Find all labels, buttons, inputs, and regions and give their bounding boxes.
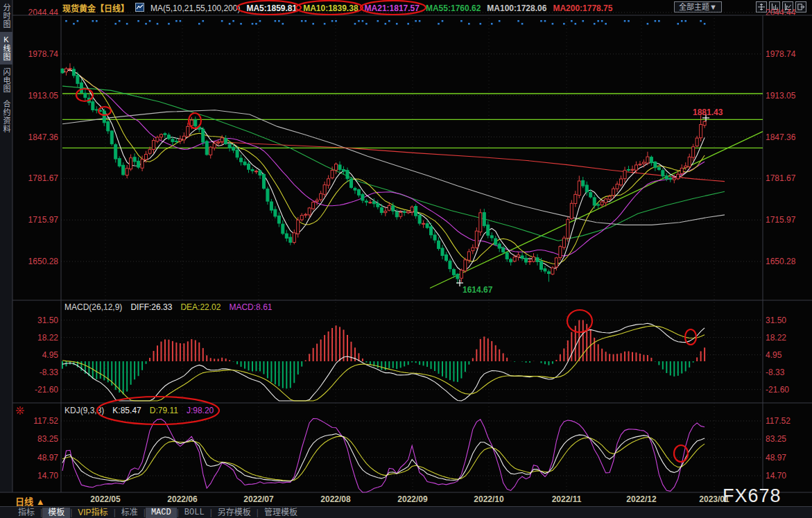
kdj-j-value: J:98.20: [187, 406, 214, 415]
tab-7-另存模板[interactable]: 另存模板: [212, 508, 257, 518]
candle: [331, 171, 334, 178]
candle: [274, 209, 277, 216]
event-marker-dot: [96, 20, 98, 22]
x-axis-label: 2022/11: [552, 494, 582, 504]
candle: [175, 141, 178, 141]
event-marker-dot: [126, 23, 128, 25]
period-up-arrow-icon: ▲: [36, 497, 45, 507]
candle: [320, 193, 322, 200]
ma21-line: [62, 70, 705, 256]
sidebar-item-time-chart[interactable]: 分时图: [0, 0, 12, 32]
event-marker-dot: [92, 20, 94, 22]
candle: [559, 247, 562, 258]
event-marker-dot: [278, 20, 280, 22]
kline-chart-canvas[interactable]: [0, 0, 812, 518]
price-axis-label: 1978.74: [766, 49, 811, 59]
candle: [365, 201, 368, 202]
candle: [289, 237, 292, 242]
event-marker-dot: [377, 20, 379, 22]
candle: [187, 126, 189, 137]
candle: [479, 213, 482, 232]
candle: [133, 157, 136, 162]
candle: [277, 216, 280, 223]
candle: [103, 111, 105, 123]
event-marker-dot: [499, 20, 501, 22]
kdj-axis-label: 83.25: [766, 434, 811, 444]
candle: [110, 131, 113, 144]
event-marker-dot: [704, 23, 706, 25]
tab-5-MACD[interactable]: MACD: [146, 508, 177, 518]
candle: [551, 268, 554, 274]
ma10-line: [62, 70, 705, 264]
candle: [533, 257, 535, 262]
event-marker-dot: [385, 23, 387, 25]
sidebar-item-lightning-chart[interactable]: 闪电图: [0, 64, 12, 96]
candle: [145, 154, 148, 159]
tab-1-指标[interactable]: 指标: [12, 508, 40, 518]
candle: [528, 261, 531, 262]
tab-6-BOLL[interactable]: BOLL: [179, 508, 210, 518]
candle: [64, 69, 67, 72]
event-marker-dot: [114, 23, 116, 25]
ma21-value: MA21:1817.57: [365, 3, 420, 13]
candle: [467, 252, 470, 260]
candle: [190, 120, 193, 126]
candle: [179, 139, 182, 141]
event-marker-dot: [259, 20, 261, 22]
candle: [76, 75, 79, 83]
ma55-line: [62, 86, 725, 241]
event-marker-dot: [331, 20, 334, 22]
theme-selector-button[interactable]: 全部主题▼: [674, 1, 722, 12]
event-marker-dot: [517, 20, 519, 22]
price-axis-label: 1781.67: [12, 173, 58, 183]
sidebar-item-contract-info[interactable]: 合约资料: [0, 96, 12, 137]
event-marker-dot: [282, 23, 284, 25]
left-sidebar: 分时图 K线图 闪电图 合约资料: [0, 0, 12, 492]
event-marker-dot: [175, 20, 178, 22]
tab-4-标准[interactable]: 标准: [116, 508, 144, 518]
candle: [262, 174, 265, 188]
tab-2-模板[interactable]: 模板: [42, 508, 70, 518]
mini-chart-icon: [135, 3, 144, 14]
event-marker-dot: [658, 20, 660, 22]
macd-dea-value: DEA:22.02: [180, 302, 221, 312]
candle: [562, 238, 565, 248]
price-axis-label: 1978.74: [12, 49, 58, 59]
ma5-line: [62, 70, 705, 270]
candle: [194, 120, 197, 126]
event-marker-dot: [491, 23, 493, 25]
macd-axis-label: -8.33: [12, 368, 58, 377]
event-marker-dot: [335, 20, 337, 22]
macd-axis-label: -21.60: [12, 385, 58, 395]
price-axis-label: 1913.05: [766, 91, 811, 101]
candle: [95, 110, 98, 110]
candle: [343, 169, 345, 171]
price-axis-label: 2044.44: [12, 8, 58, 17]
red-circle-annotation: [98, 107, 111, 115]
sidebar-item-kline-chart[interactable]: K线图: [0, 32, 12, 64]
kdj-d-line: [62, 436, 705, 481]
candle: [601, 202, 603, 205]
event-marker-dot: [240, 23, 242, 25]
candle: [517, 255, 520, 257]
candle: [422, 223, 425, 224]
candle: [141, 159, 144, 169]
event-marker-dot: [684, 20, 686, 22]
event-marker-dot: [198, 23, 200, 25]
candle: [297, 220, 300, 234]
ma55-value: MA55:1760.62: [426, 3, 481, 13]
event-marker-dot: [365, 23, 368, 25]
candle: [380, 208, 383, 213]
period-label: 日线: [15, 497, 33, 507]
candle: [418, 216, 421, 223]
kdj-axis-label: 48.97: [12, 453, 58, 463]
tab-3-VIP指标[interactable]: VIP指标: [72, 508, 113, 518]
candle: [536, 258, 539, 262]
candle: [361, 194, 364, 200]
candle: [213, 144, 216, 148]
watermark-fx678: FX678: [723, 485, 781, 507]
event-marker-dot: [73, 23, 75, 25]
candle: [684, 166, 687, 167]
tab-8-管理模板[interactable]: 管理模板: [259, 508, 303, 518]
candle: [354, 188, 356, 190]
